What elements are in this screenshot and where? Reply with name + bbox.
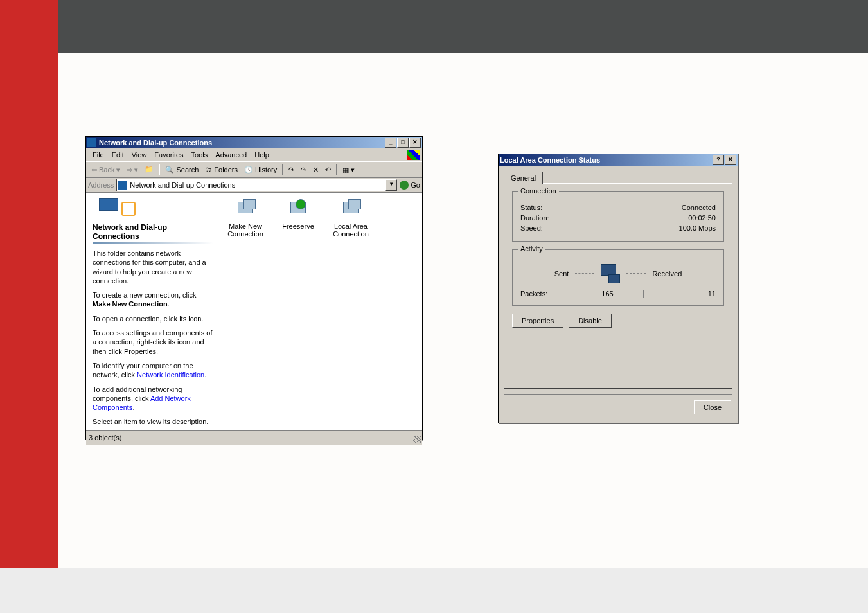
page-red-strip	[0, 0, 58, 568]
delete-button[interactable]: ✕	[310, 164, 321, 175]
back-arrow-icon: ⇦	[91, 166, 97, 174]
address-icon	[118, 181, 127, 190]
dialog-divider	[504, 394, 732, 395]
help-button[interactable]: ?	[713, 155, 724, 165]
go-label: Go	[411, 181, 420, 189]
minimize-button[interactable]: _	[385, 138, 396, 148]
window-icon	[87, 138, 96, 147]
separator	[159, 164, 160, 175]
network-icon	[93, 198, 213, 217]
activity-legend: Activity	[518, 245, 545, 253]
packets-received-value: 11	[644, 290, 716, 298]
menu-bar: File Edit View Favorites Tools Advanced …	[86, 148, 422, 161]
search-icon: 🔍	[165, 166, 174, 174]
address-dropdown-button[interactable]: ▼	[385, 179, 397, 191]
close-button[interactable]: Close	[694, 400, 731, 414]
address-input[interactable]: Network and Dial-up Connections	[116, 179, 385, 191]
make-new-connection-icon[interactable]: Make New Connection	[226, 199, 265, 238]
speed-value: 100.0 Mbps	[679, 224, 716, 232]
history-button[interactable]: 🕓 History	[242, 164, 279, 175]
status-bar: 3 object(s)	[86, 430, 422, 445]
undo-icon: ↶	[325, 166, 331, 174]
close-button[interactable]: ✕	[409, 138, 421, 148]
packets-sent-value: 165	[572, 290, 643, 298]
network-connections-window: Network and Dial-up Connections _ □ ✕ Fi…	[85, 136, 423, 440]
separator	[282, 164, 283, 175]
address-label: Address	[88, 181, 114, 189]
sidebar-p2-bold: Make New Connection	[93, 300, 168, 308]
move-to-button[interactable]: ↷	[286, 164, 297, 175]
tab-general[interactable]: General	[504, 172, 543, 184]
icon-label: Make New Connection	[226, 222, 265, 238]
local-area-connection-icon[interactable]: Local Area Connection	[332, 199, 370, 238]
sidebar-p6: To add additional networking components,…	[86, 385, 220, 413]
duration-value: 00:02:50	[688, 214, 716, 222]
duration-label: Duration:	[520, 214, 549, 222]
title-bar[interactable]: Local Area Connection Status ? ✕	[499, 154, 738, 166]
menu-favorites[interactable]: Favorites	[150, 150, 187, 160]
lan-icon	[341, 199, 361, 220]
toolbar: ⇦ Back ▾ ⇨ ▾ 📁 🔍 Search 🗂 Folders 🕓 Hist…	[86, 161, 422, 178]
menu-file[interactable]: File	[89, 150, 108, 160]
properties-button[interactable]: Properties	[512, 314, 563, 328]
folder-up-icon: 📁	[145, 165, 154, 174]
copy-to-button[interactable]: ↷	[298, 164, 309, 175]
menu-help[interactable]: Help	[251, 150, 273, 160]
menu-view[interactable]: View	[128, 150, 151, 160]
sidebar-p2-text: To create a new connection, click	[93, 291, 196, 299]
icon-label: Freeserve	[279, 222, 317, 230]
search-button[interactable]: 🔍 Search	[163, 164, 201, 175]
forward-button[interactable]: ⇨ ▾	[124, 164, 141, 175]
content-pane: Network and Dial-up Connections This fol…	[86, 193, 422, 430]
up-button[interactable]: 📁	[142, 164, 156, 175]
close-button[interactable]: ✕	[725, 155, 736, 165]
dialup-icon	[288, 199, 308, 220]
sidebar-header	[86, 193, 220, 221]
maximize-button[interactable]: □	[397, 138, 409, 148]
activity-computers-icon	[601, 264, 620, 283]
folders-label: Folders	[214, 166, 238, 173]
views-button[interactable]: ▦▾	[340, 164, 357, 175]
sidebar-p7: Select an item to view its description.	[86, 417, 220, 426]
status-label: Status:	[520, 204, 542, 211]
sidebar-p4: To access settings and components of a c…	[86, 328, 220, 356]
connection-legend: Connection	[518, 187, 559, 195]
search-label: Search	[176, 166, 199, 173]
back-button[interactable]: ⇦ Back ▾	[89, 164, 123, 175]
sidebar-p1: This folder contains network connections…	[86, 249, 220, 285]
forward-arrow-icon: ⇨	[127, 166, 132, 174]
sidebar-p5: To identify your computer on the network…	[86, 361, 220, 380]
dash-left-icon	[575, 273, 594, 274]
go-button[interactable]: Go	[400, 181, 420, 190]
freeserve-icon[interactable]: Freeserve	[279, 199, 317, 230]
disable-button[interactable]: Disable	[569, 314, 612, 328]
windows-logo-icon	[407, 150, 420, 160]
go-icon	[400, 181, 409, 190]
activity-group: Activity Sent Received Packets: 165 11	[512, 249, 724, 306]
tab-page: Connection Status: Connected Duration: 0…	[504, 183, 732, 389]
address-value: Network and Dial-up Connections	[130, 181, 235, 189]
menu-tools[interactable]: Tools	[188, 150, 212, 160]
undo-button[interactable]: ↶	[323, 164, 333, 175]
menu-edit[interactable]: Edit	[108, 150, 128, 160]
dropdown-icon: ▾	[134, 166, 138, 174]
folders-button[interactable]: 🗂 Folders	[202, 164, 240, 175]
window-title: Network and Dial-up Connections	[99, 139, 212, 147]
icon-view[interactable]: Make New Connection Freeserve Local Area…	[220, 193, 422, 430]
close-row: Close	[499, 400, 738, 421]
sidebar-p2: To create a new connection, click Make N…	[86, 290, 220, 309]
packets-label: Packets:	[520, 290, 572, 298]
menu-advanced[interactable]: Advanced	[211, 150, 251, 160]
separator	[336, 164, 337, 175]
sidebar-p3: To open a connection, click its icon.	[86, 314, 220, 323]
connection-wizard-icon	[235, 199, 256, 220]
folders-icon: 🗂	[205, 166, 212, 173]
title-bar[interactable]: Network and Dial-up Connections _ □ ✕	[86, 137, 422, 148]
back-label: Back	[99, 166, 114, 173]
window-title: Local Area Connection Status	[500, 156, 600, 164]
resize-gripper-icon[interactable]	[413, 436, 421, 443]
network-identification-link[interactable]: Network Identification	[137, 371, 204, 378]
sidebar-title: Network and Dial-up Connections	[86, 223, 220, 241]
move-icon: ↷	[288, 166, 294, 174]
button-row: Properties Disable	[512, 314, 724, 328]
